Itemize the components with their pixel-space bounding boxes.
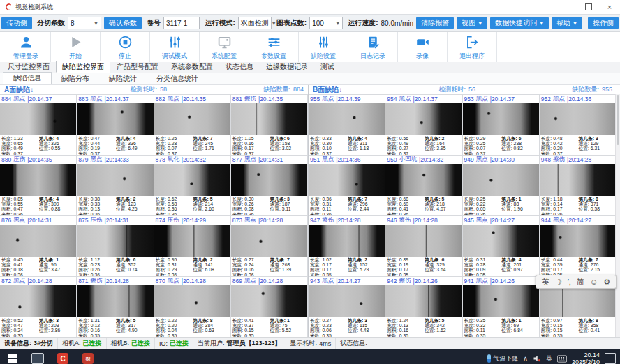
- notification-center-icon[interactable]: [605, 353, 616, 364]
- defect-image[interactable]: [463, 285, 539, 317]
- defect-image[interactable]: [154, 164, 230, 196]
- defect-image[interactable]: [231, 285, 307, 317]
- ime-simplified-toggle[interactable]: 简: [575, 276, 586, 287]
- defect-image[interactable]: [385, 164, 462, 196]
- toolbar-button-play[interactable]: 开始: [51, 32, 101, 62]
- tab-3[interactable]: 系统参数配置: [165, 61, 219, 73]
- defect-image[interactable]: [77, 285, 153, 317]
- defect-cell[interactable]: 952黑点|20:14:36长度:0.48宽度:0.42面积:0.20米数:0.…: [540, 94, 617, 155]
- defect-image[interactable]: [463, 103, 539, 135]
- help-menu-button[interactable]: 帮助 ▼: [552, 17, 582, 29]
- defect-cell[interactable]: 881擦伤|20:14:35长度:1.05宽度:0.16面积:0.17米数:0.…: [231, 94, 308, 155]
- ime-emoji-icon[interactable]: ☺: [588, 276, 600, 287]
- defect-image[interactable]: [540, 285, 616, 317]
- defect-image[interactable]: [309, 225, 385, 257]
- confirm-count-button[interactable]: 确认条数: [104, 17, 142, 29]
- toolbar-button-hsliders[interactable]: 参数设置: [249, 32, 299, 62]
- defect-image[interactable]: [309, 103, 385, 135]
- ime-punctuation-toggle[interactable]: ′,: [566, 276, 573, 287]
- subtab-2[interactable]: 缺陷统计: [99, 73, 147, 84]
- panel-title[interactable]: B面缺陷↓: [313, 85, 342, 95]
- defect-cell[interactable]: 872黑点|20:14:28长度:0.52宽度:0.47面积:0.24米数:0.…: [0, 276, 77, 337]
- subtab-0[interactable]: 缺陷信息: [3, 72, 52, 84]
- weather-tray-item[interactable]: 气温下降: [487, 354, 518, 363]
- language-indicator[interactable]: 英: [546, 354, 552, 363]
- toolbar-button-exit[interactable]: 退出程序: [448, 32, 497, 62]
- defect-image[interactable]: [463, 225, 539, 257]
- toolbar-button-user[interactable]: 管理登录: [1, 32, 51, 62]
- defect-image[interactable]: [77, 164, 153, 196]
- ime-settings-gear-icon[interactable]: ⚙: [601, 276, 612, 287]
- drive-side-button[interactable]: 传动侧: [1, 17, 32, 29]
- taskbar-app-vision[interactable]: C: [50, 349, 75, 364]
- tab-0[interactable]: 尺寸监控界面: [1, 61, 56, 73]
- tab-1[interactable]: 缺陷监控界面: [56, 61, 110, 73]
- defect-image[interactable]: [540, 103, 616, 135]
- defect-image[interactable]: [540, 164, 616, 196]
- defect-cell[interactable]: 874压伤|20:14:29长度:0.95宽度:0.31面积:0.29米数:0.…: [154, 215, 231, 276]
- ime-halfwidth-icon[interactable]: ☽: [553, 276, 564, 287]
- defect-cell[interactable]: 875压伤|20:14:31长度:1.12宽度:0.23面积:0.26米数:0.…: [77, 215, 154, 276]
- defect-image[interactable]: [309, 164, 385, 196]
- tab-2[interactable]: 产品型号配置: [110, 61, 165, 73]
- defect-image[interactable]: [231, 164, 307, 196]
- vertical-scrollbar[interactable]: [615, 94, 620, 337]
- run-mode-select[interactable]: 双面检测 ▼: [238, 17, 272, 29]
- defect-image[interactable]: [154, 103, 230, 135]
- defect-cell[interactable]: 880压伤|20:14:35长度:0.85宽度:0.55面积:0.47米数:0.…: [0, 155, 77, 215]
- tab-5[interactable]: 边缘数据记录: [260, 61, 314, 73]
- defect-cell[interactable]: 942擦伤|20:14:26长度:1.24宽度:0.13面积:0.16米数:0.…: [385, 276, 462, 337]
- scrollbar-thumb[interactable]: [617, 95, 619, 145]
- defect-image[interactable]: [77, 103, 153, 135]
- toolbar-button-debug[interactable]: 调试模式: [150, 32, 200, 62]
- defect-cell[interactable]: 877黑点|20:14:31长度:0.30宽度:0.26面积:0.08米数:0.…: [231, 155, 308, 215]
- defect-image[interactable]: [385, 225, 462, 257]
- defect-image[interactable]: [0, 164, 76, 196]
- toolbar-button-vsliders[interactable]: 缺陷设置: [299, 32, 348, 62]
- defect-cell[interactable]: 876黑点|20:14:31长度:0.45宽度:0.41面积:0.18米数:0.…: [0, 215, 77, 276]
- defect-cell[interactable]: 870黑点|20:14:28长度:0.22宽度:0.20面积:0.04米数:0.…: [154, 276, 231, 337]
- keyboard-icon[interactable]: [557, 355, 567, 363]
- view-menu-button[interactable]: 视图 ▼: [457, 17, 487, 29]
- defect-cell[interactable]: 871擦伤|20:14:28长度:1.31宽度:0.12面积:0.16米数:0.…: [77, 276, 154, 337]
- defect-cell[interactable]: 947擦伤|20:14:28长度:1.02宽度:0.17面积:0.17米数:0.…: [309, 215, 385, 276]
- defect-image[interactable]: [0, 103, 76, 135]
- defect-cell[interactable]: 954黑点|20:14:37长度:0.56宽度:0.49面积:0.27米数:0.…: [385, 94, 462, 155]
- defect-cell[interactable]: 944黑点|20:14:27长度:0.44宽度:0.39面积:0.17米数:0.…: [540, 215, 617, 276]
- defect-cell[interactable]: 946擦伤|20:14:28长度:0.89宽度:0.19面积:0.17米数:0.…: [385, 215, 462, 276]
- toolbar-button-camera[interactable]: 录像: [398, 32, 448, 62]
- defect-image[interactable]: [385, 103, 462, 135]
- defect-image[interactable]: [309, 285, 385, 317]
- defect-cell[interactable]: 951黑点|20:14:36长度:0.36宽度:0.31面积:0.11米数:0.…: [309, 155, 385, 215]
- panel-title[interactable]: A面缺陷↓: [4, 85, 34, 95]
- start-button[interactable]: [0, 349, 25, 364]
- taskbar-app-secondary[interactable]: ≋: [75, 349, 101, 364]
- tab-6[interactable]: 测试: [314, 61, 341, 73]
- toolbar-button-log[interactable]: 日志记录: [348, 32, 398, 62]
- volume-icon[interactable]: [533, 354, 541, 363]
- taskbar-app-explorer[interactable]: [25, 349, 50, 364]
- defect-cell[interactable]: 882黑点|20:14:35长度:0.25宽度:0.28面积:0.07米数:0.…: [154, 94, 231, 155]
- defect-cell[interactable]: 953黑点|20:14:37长度:0.29宽度:0.25面积:0.07米数:0.…: [463, 94, 540, 155]
- defect-image[interactable]: [0, 225, 76, 257]
- defect-image[interactable]: [154, 225, 230, 257]
- defect-cell[interactable]: 878氧化|20:14:32长度:0.62宽度:0.58面积:0.36米数:0.…: [154, 155, 231, 215]
- close-button[interactable]: ×: [599, 1, 620, 13]
- operator-side-button[interactable]: 操作侧: [588, 17, 619, 29]
- defect-image[interactable]: [385, 285, 462, 317]
- defect-image[interactable]: [77, 225, 153, 257]
- defect-image[interactable]: [154, 285, 230, 317]
- defect-cell[interactable]: 955黑点|20:14:39长度:0.33宽度:0.30面积:0.10米数:0.…: [309, 94, 385, 155]
- defect-cell[interactable]: 873黑点|20:14:28长度:0.27宽度:0.24面积:0.06米数:0.…: [231, 215, 308, 276]
- clear-alarm-button[interactable]: 清除报警: [416, 17, 454, 29]
- defect-image[interactable]: [463, 164, 539, 196]
- defect-image[interactable]: [540, 225, 616, 257]
- defect-image[interactable]: [231, 103, 307, 135]
- defect-cell[interactable]: 884黑点|20:14:37长度:1.23宽度:0.65面积:0.49米数:0.…: [0, 94, 77, 155]
- defect-cell[interactable]: 941黑点|20:14:26长度:0.35宽度:0.32面积:0.11米数:0.…: [463, 276, 540, 337]
- tray-expand-chevron[interactable]: ∧: [523, 355, 528, 362]
- defect-cell[interactable]: 883黑点|20:14:37长度:0.47宽度:0.44面积:0.19米数:0.…: [77, 94, 154, 155]
- roll-number-input[interactable]: 3117-1: [163, 17, 200, 29]
- ime-lang-toggle[interactable]: 英: [540, 276, 552, 287]
- defect-cell[interactable]: 945黑点|20:14:27长度:0.31宽度:0.28面积:0.09米数:0.…: [463, 215, 540, 276]
